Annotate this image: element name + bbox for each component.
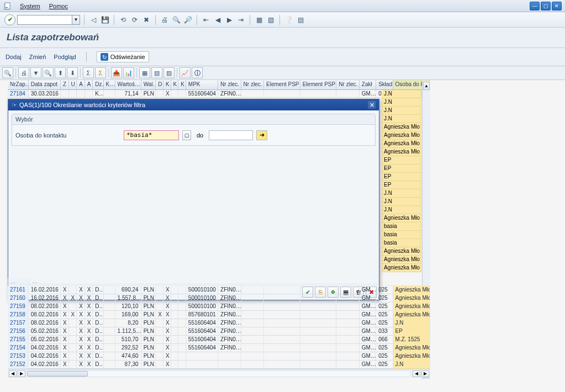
dialog-titlebar[interactable]: ☞ QAS(1)/100 Określanie wartości kryteri… (8, 99, 379, 110)
multiple-selection-icon[interactable]: ➜ (256, 130, 267, 140)
col-nrz2[interactable]: Nr zlec. (241, 80, 265, 89)
osoba-cell: Agnieszka Mło (382, 214, 421, 223)
col-nr[interactable]: NrZap… (8, 80, 29, 89)
horizontal-scrollbar[interactable]: ◀ ▶ ◀ ▶ (8, 369, 430, 378)
shortcut-icon[interactable]: ▧ (266, 15, 276, 25)
table-row[interactable]: 2715505.02.2016XXXD…510,70PLNX551606404Z… (8, 336, 430, 344)
col-k[interactable]: K… (104, 80, 115, 89)
command-field[interactable] (17, 15, 72, 25)
col-d[interactable]: D (156, 80, 163, 89)
export-icon[interactable]: 📤 (111, 67, 122, 78)
table-row[interactable]: 2715708.02.2016XXXD…8,20PLNX551606404ZFI… (8, 319, 430, 327)
table-row[interactable]: 2716116.02.2016XXXD…690,24PLNX500010100Z… (8, 286, 430, 294)
graphic-icon[interactable]: 📈 (179, 67, 191, 78)
sum-icon[interactable]: Σ (83, 67, 94, 78)
col-date[interactable]: Data zapot (29, 80, 61, 89)
col-a2[interactable]: A (85, 80, 93, 89)
print-icon[interactable]: 🖨 (160, 15, 170, 25)
refresh-button[interactable]: ↻ Odświeżanie (97, 51, 149, 62)
subtotal-icon[interactable]: Σ (95, 67, 106, 78)
back-icon[interactable]: ◁ (88, 15, 98, 25)
find-grid-icon[interactable]: 🔍 (43, 67, 54, 78)
svg-rect-0 (5, 3, 10, 9)
table-row[interactable]: 2715908.02.2016XXXD…120,10PLNX500010100Z… (8, 303, 430, 311)
last-page-icon[interactable]: ⇥ (236, 15, 246, 25)
menubar: System Pomoc — ▢ ✕ (0, 0, 565, 12)
col-nrz1[interactable]: Nr zlec. (218, 80, 241, 89)
col-psp1[interactable]: Element PSP (264, 80, 300, 89)
next-page-icon[interactable]: ▶ (224, 15, 234, 25)
enter-button[interactable]: ✔ (4, 14, 15, 25)
scroll-up-icon[interactable]: ▲ (423, 82, 430, 90)
sort-desc-icon[interactable]: ⬇ (67, 67, 78, 78)
layout-save-icon[interactable]: ▧ (151, 67, 162, 78)
osoba-cell: Agnieszka Mło (382, 123, 421, 131)
table-row[interactable]: 2715605.02.2016XXXD…1.112,5…PLNX55160640… (8, 327, 430, 336)
menu-system[interactable]: System (15, 2, 45, 10)
first-page-icon[interactable]: ⇤ (201, 15, 211, 25)
menu-help[interactable]: Pomoc (45, 2, 72, 10)
osoba-column-overflow: J.NJ.NJ.NJ.NAgnieszka MłoAgnieszka MłoAg… (382, 90, 421, 272)
col-k4[interactable]: K (178, 80, 186, 89)
find-next-icon[interactable]: 🔎 (183, 15, 193, 25)
nav-exit-icon[interactable]: ⟳ (130, 15, 140, 25)
table-row[interactable]: 27184 30.03.2016 K… 71,14 PLN X 55160640… (8, 90, 430, 98)
layout-change-icon[interactable]: ▦ (139, 67, 150, 78)
col-a[interactable]: A (77, 80, 85, 89)
table-row[interactable]: 2715404.02.2016XXXD…292,52PLNX551606404Z… (8, 344, 430, 352)
nav-back-icon[interactable]: ⟲ (118, 15, 128, 25)
hscroll-right-icon[interactable]: ▶ (18, 370, 25, 377)
table-row[interactable]: 2715204.02.2016XXXD…87,30PLNXGM…025J.N (8, 361, 430, 369)
action-edit[interactable]: Zmień (29, 54, 46, 60)
filter-icon[interactable]: ▼ (30, 67, 41, 78)
col-dz[interactable]: Dz… (93, 80, 103, 89)
hscroll-right2-icon[interactable]: ▶ (421, 370, 429, 377)
window-maximize[interactable]: ▢ (541, 2, 551, 10)
col-skl[interactable]: Skład (376, 80, 393, 89)
dialog-close-icon[interactable]: ✕ (368, 101, 376, 109)
col-wal[interactable]: Wal. (141, 80, 156, 89)
find-icon[interactable]: 🔍 (171, 15, 181, 25)
hscroll-thumb[interactable] (27, 371, 88, 377)
table-row[interactable]: 2715808.02.2016XXXXD…169,00PLNXX85768010… (8, 311, 430, 319)
info-icon[interactable]: ⓘ (192, 67, 203, 78)
col-k2[interactable]: K (163, 80, 171, 89)
excel-icon[interactable]: 📊 (123, 67, 134, 78)
print-grid-icon[interactable]: 🖨 (18, 67, 29, 78)
table-row[interactable]: 2716016.02.2016XXXXD…1.557,8…PLNX5000101… (8, 294, 430, 303)
hscroll-left-icon[interactable]: ◀ (9, 370, 17, 377)
help-icon[interactable]: ❔ (284, 15, 294, 25)
sort-asc-icon[interactable]: ⬆ (55, 67, 66, 78)
action-view[interactable]: Podgląd (54, 54, 76, 60)
col-u[interactable]: U (69, 80, 77, 89)
col-z[interactable]: Z (61, 80, 69, 89)
filter-to-input[interactable] (209, 130, 253, 140)
layout-icon[interactable]: ▤ (295, 15, 305, 25)
col-nrz3[interactable]: Nr zlec. (336, 80, 360, 89)
refresh-label: Odświeżanie (110, 54, 145, 60)
action-add[interactable]: Dodaj (6, 54, 22, 60)
col-wart[interactable]: Wartoś… (115, 80, 141, 89)
prev-page-icon[interactable]: ◀ (213, 15, 223, 25)
col-mpk[interactable]: MPK (186, 80, 218, 89)
command-dropdown[interactable]: ▼ (72, 15, 80, 25)
to-label: do (194, 132, 205, 139)
new-session-icon[interactable]: ▦ (254, 15, 264, 25)
detail-icon[interactable]: 🔍 (2, 67, 13, 78)
menu-doc-icon[interactable] (3, 2, 12, 10)
save-icon[interactable]: 💾 (100, 15, 110, 25)
main-toolbar: ✔ ▼ ◁ 💾 ⟲ ⟳ ✖ 🖨 🔍 🔎 ⇤ ◀ ▶ ⇥ ▦ ▧ ❔ ▤ (0, 12, 565, 28)
layout-manage-icon[interactable]: ▨ (163, 67, 175, 78)
window-close[interactable]: ✕ (552, 2, 562, 10)
section-label: Wybór (12, 114, 376, 125)
col-psp2[interactable]: Element PSP (300, 80, 337, 89)
table-row[interactable]: 2715304.02.2016XXXD…474,60PLNXGM…025Agni… (8, 352, 430, 361)
value-help-icon[interactable]: ▢ (182, 130, 191, 140)
osoba-cell: EP (382, 165, 421, 173)
window-minimize[interactable]: — (530, 2, 540, 10)
col-k3[interactable]: K (171, 80, 179, 89)
cancel-icon[interactable]: ✖ (141, 15, 151, 25)
filter-from-input[interactable] (124, 130, 179, 140)
col-zakl[interactable]: Zakł (360, 80, 376, 89)
hscroll-left2-icon[interactable]: ◀ (413, 370, 420, 377)
